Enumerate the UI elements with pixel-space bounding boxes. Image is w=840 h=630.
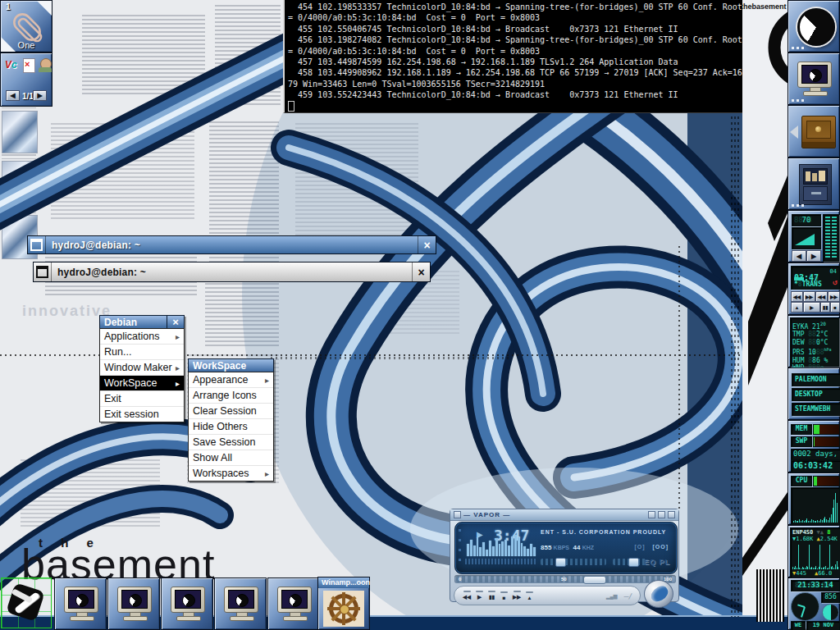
player-dockapp-display: 88:88 03:47 04 *8TRANS ↺ (791, 266, 840, 290)
next-page-button[interactable]: ▶ (33, 90, 47, 101)
dock-tile-clock[interactable]: 88:88:88 21:33:14 856 WE 19 NOV (788, 578, 840, 630)
mixer-volume-wedge[interactable] (792, 227, 821, 249)
eject-button[interactable]: ▲ (526, 591, 533, 600)
moon-phase-icon (822, 604, 839, 621)
graph-bar (811, 567, 812, 569)
menu-item-window-maker[interactable]: Window Maker▸ (100, 360, 184, 376)
eq-pl-buttons[interactable]: EQ PL (644, 558, 670, 566)
ff-button[interactable]: ▶▶ (828, 291, 840, 302)
dock-tile-network[interactable]: ENP4S0 ▼▲ 8 ▼1.68K ▲2.54K ▼445 ▲66.0 (788, 525, 840, 578)
dock-tile-mixer[interactable]: 8888 70 ◀ ▶ (788, 210, 840, 262)
menu-item-workspaces[interactable]: Workspaces▸ (189, 466, 273, 481)
repeat-icon[interactable]: —╱ (623, 593, 632, 599)
dock-tile-drawer[interactable] (788, 105, 840, 158)
position-knob[interactable] (583, 576, 606, 584)
dock-tile-gnustep[interactable] (788, 0, 840, 52)
weather-humidity: 86 % (812, 357, 828, 364)
workspace-menu: WorkSpace Appearance▸ Arrange Icons Clea… (188, 358, 274, 482)
prev-page-button[interactable]: ◀ (6, 90, 20, 101)
submenu-arrow-icon: ▸ (265, 376, 269, 385)
mixer-prev-button[interactable]: ◀ (792, 250, 806, 262)
tool-appicon[interactable] (1, 578, 52, 628)
seek-back-button[interactable]: ◀◀ (791, 291, 803, 302)
close-button[interactable]: × (412, 262, 430, 281)
miniwindow-terminal[interactable] (107, 578, 160, 630)
graph-bar (817, 520, 818, 523)
menu-item-exit-session[interactable]: Exit session (100, 407, 184, 422)
pause-button[interactable]: ▮▮ (488, 591, 495, 600)
eject-button[interactable]: ▲ (791, 302, 803, 313)
player-shade-button[interactable] (658, 511, 665, 518)
window-titlebar-focused[interactable]: hydroJ@debian: ~ × (27, 235, 436, 254)
miniaturize-button[interactable] (28, 236, 46, 253)
miniwindow-terminal[interactable] (54, 578, 107, 630)
seek-fwd-button[interactable]: ▶▶ (803, 291, 815, 302)
position-slider[interactable]: 0 50 100 (454, 575, 676, 583)
graph-bar (504, 540, 507, 556)
dock-tile-filecabinet[interactable] (788, 158, 840, 210)
terminal-window[interactable]: 454 102.198533357 TechnicolorD_10:84:bd … (283, 0, 742, 113)
dock-tile-cpu[interactable]: CPU (788, 472, 840, 525)
window-list-dockapp[interactable]: Vc × ◀ 1/1 ▶ (0, 52, 52, 107)
prev-button[interactable]: ◀◀ (463, 591, 471, 600)
winamp-player[interactable]: — VAPOR — ▶ 3:47 ENT - S.U. CORPORATION … (450, 509, 679, 602)
dock-tile-launcher[interactable]: PALEMOON DESKTOP STEAMWEBH (788, 368, 840, 420)
menu-item-workspace[interactable]: WorkSpace▸ (100, 376, 184, 391)
root-menu-title[interactable]: Debian × (99, 315, 185, 328)
graph-bar (817, 568, 818, 569)
drawer-collapse-arrow[interactable] (790, 126, 798, 139)
launcher-button-steamwebh[interactable]: STEAMWEBH (792, 403, 840, 416)
miniwindow-winamp[interactable]: Winamp...oon (317, 577, 370, 630)
stop-button[interactable]: ■ (500, 591, 508, 600)
launcher-button-palemoon[interactable]: PALEMOON (792, 373, 840, 386)
workspace-menu-title[interactable]: WorkSpace (188, 358, 274, 372)
play-button[interactable]: ▶ (476, 591, 483, 600)
stereo-indicator: [OO] (652, 544, 669, 550)
balance-slider[interactable] (613, 559, 647, 565)
graph-bar (837, 561, 838, 569)
menu-item-run[interactable]: Run... (100, 345, 184, 360)
net-status: 8 (827, 529, 830, 536)
player-close-button[interactable] (668, 511, 675, 518)
balance-knob[interactable] (628, 558, 639, 567)
miniwindow-terminal[interactable] (267, 578, 320, 630)
menu-item-arrange-icons[interactable]: Arrange Icons (189, 388, 273, 404)
graph-bar (530, 544, 532, 556)
player-menu-button[interactable] (454, 511, 461, 518)
miniwindow-terminal[interactable] (214, 578, 267, 630)
menu-item-clear-session[interactable]: Clear Session (189, 404, 273, 419)
play-button[interactable]: ▶ (803, 302, 820, 313)
dock-tile-sysmon[interactable]: MEM SWP 0002 days, 06:03:42 (788, 420, 840, 472)
menu-item-applications[interactable]: Applications▸ (100, 329, 184, 345)
dock-tile-player[interactable]: 88:88 03:47 04 *8TRANS ↺ ◀◀ ▶▶ ◀◀ ▶▶ ▲ ▶… (788, 262, 840, 315)
menu-item-save-session[interactable]: Save Session (189, 435, 273, 450)
vc-icon[interactable]: Vc (5, 59, 17, 71)
miniaturize-button[interactable] (34, 262, 52, 281)
dock-tile-terminal[interactable] (788, 52, 840, 105)
graph-bar (826, 519, 827, 523)
menu-item-hide-others[interactable]: Hide Others (189, 419, 273, 435)
launcher-button-desktop[interactable]: DESKTOP (792, 388, 840, 401)
rew-button[interactable]: ◀◀ (815, 291, 828, 302)
menu-close-button[interactable]: × (167, 316, 184, 328)
stop-button[interactable]: ■ (830, 302, 840, 313)
miniwindow-terminal[interactable] (161, 578, 213, 630)
close-button[interactable]: × (418, 236, 436, 253)
next-button[interactable]: ▶▶ (513, 591, 521, 600)
player-logo-knob[interactable] (644, 580, 673, 608)
player-minimize-button[interactable] (648, 511, 655, 518)
mixer-next-button[interactable]: ▶ (806, 250, 821, 262)
dock-tile-weather[interactable]: EYKA 2120 TMP 882°C DEW 880°C PRS 1088hP… (788, 315, 840, 368)
menu-item-show-all[interactable]: Show All (189, 450, 273, 466)
player-titlebar[interactable]: — VAPOR — (450, 509, 678, 521)
window-titlebar-unfocused[interactable]: hydroJ@debian: ~ × (33, 262, 431, 282)
workspace-clip[interactable]: 1 One (0, 0, 52, 52)
pause-button[interactable]: ▮▮ (820, 302, 830, 313)
volume-slider[interactable] (541, 559, 606, 565)
shuffle-icon[interactable]: ▂▄▆ (606, 593, 617, 599)
file-x-icon[interactable]: × (23, 58, 35, 73)
menu-item-exit[interactable]: Exit (100, 391, 184, 407)
menu-item-appearance[interactable]: Appearance▸ (189, 372, 273, 388)
cpu-label: CPU (791, 476, 812, 486)
volume-knob[interactable] (555, 558, 566, 567)
